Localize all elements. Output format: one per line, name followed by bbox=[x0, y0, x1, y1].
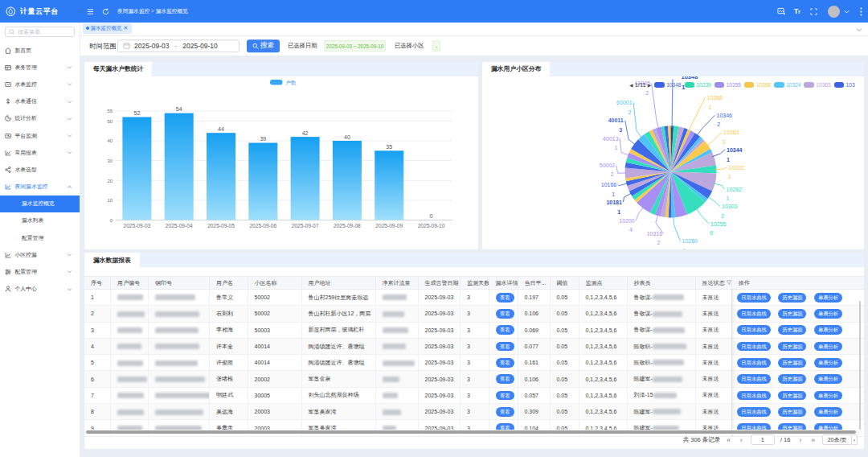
svg-text:2025-09-08: 2025-09-08 bbox=[334, 222, 361, 228]
svg-text:10363: 10363 bbox=[723, 130, 739, 135]
svg-text:10260: 10260 bbox=[682, 238, 698, 244]
svg-text:50: 50 bbox=[107, 118, 113, 123]
svg-text:10200: 10200 bbox=[619, 217, 635, 223]
svg-text:40013: 40013 bbox=[603, 135, 619, 141]
svg-text:1: 1 bbox=[708, 104, 711, 109]
svg-text:2025-09-05: 2025-09-05 bbox=[207, 222, 235, 228]
svg-text:2: 2 bbox=[610, 171, 613, 177]
svg-text:40: 40 bbox=[107, 138, 113, 143]
svg-text:10346: 10346 bbox=[717, 112, 733, 117]
svg-text:10303: 10303 bbox=[722, 204, 738, 209]
svg-text:2: 2 bbox=[645, 90, 649, 96]
svg-text:2: 2 bbox=[628, 109, 632, 114]
svg-text:2: 2 bbox=[657, 239, 661, 245]
svg-text:1: 1 bbox=[727, 156, 730, 162]
svg-text:2: 2 bbox=[717, 121, 720, 127]
svg-text:10255: 10255 bbox=[710, 221, 727, 227]
svg-text:户数: 户数 bbox=[286, 80, 297, 85]
svg-text:2025-09-10: 2025-09-10 bbox=[418, 222, 445, 228]
svg-text:10262: 10262 bbox=[727, 187, 743, 192]
svg-text:0: 0 bbox=[430, 213, 433, 219]
svg-text:2025-09-04: 2025-09-04 bbox=[166, 222, 193, 228]
svg-text:60001: 60001 bbox=[616, 100, 633, 105]
svg-text:44: 44 bbox=[218, 126, 224, 131]
svg-text:4: 4 bbox=[629, 227, 633, 233]
svg-text:10368: 10368 bbox=[707, 94, 723, 100]
svg-text:10316: 10316 bbox=[647, 231, 663, 237]
svg-text:39: 39 bbox=[260, 136, 266, 142]
svg-text:1: 1 bbox=[614, 145, 617, 150]
svg-text:54: 54 bbox=[176, 106, 182, 112]
svg-text:55: 55 bbox=[107, 109, 113, 113]
svg-text:3: 3 bbox=[619, 126, 622, 132]
svg-text:10344: 10344 bbox=[727, 146, 743, 152]
svg-text:1: 1 bbox=[682, 247, 686, 249]
svg-text:0: 0 bbox=[110, 217, 113, 222]
svg-text:1: 1 bbox=[617, 208, 620, 214]
svg-text:10166: 10166 bbox=[601, 182, 617, 187]
svg-text:2025-09-07: 2025-09-07 bbox=[292, 222, 319, 228]
svg-text:2025-09-03: 2025-09-03 bbox=[124, 222, 151, 228]
svg-text:40: 40 bbox=[344, 134, 350, 139]
svg-text:10: 10 bbox=[107, 198, 113, 203]
svg-text:6: 6 bbox=[710, 230, 713, 236]
svg-text:40011: 40011 bbox=[608, 117, 624, 123]
svg-text:20: 20 bbox=[107, 178, 113, 183]
svg-text:10181: 10181 bbox=[606, 199, 622, 204]
svg-text:2: 2 bbox=[721, 212, 724, 218]
svg-text:2025-09-06: 2025-09-06 bbox=[249, 222, 276, 228]
svg-text:2025-09-09: 2025-09-09 bbox=[375, 222, 403, 228]
svg-text:3: 3 bbox=[723, 138, 726, 144]
svg-text:42: 42 bbox=[302, 130, 309, 135]
svg-text:30: 30 bbox=[107, 158, 113, 163]
svg-text:1: 1 bbox=[612, 191, 615, 196]
svg-text:1: 1 bbox=[728, 174, 731, 179]
svg-text:52: 52 bbox=[134, 110, 141, 116]
svg-text:10202: 10202 bbox=[729, 164, 745, 170]
svg-text:35: 35 bbox=[386, 143, 392, 149]
svg-text:50002: 50002 bbox=[600, 163, 616, 168]
svg-text:1: 1 bbox=[727, 196, 730, 201]
